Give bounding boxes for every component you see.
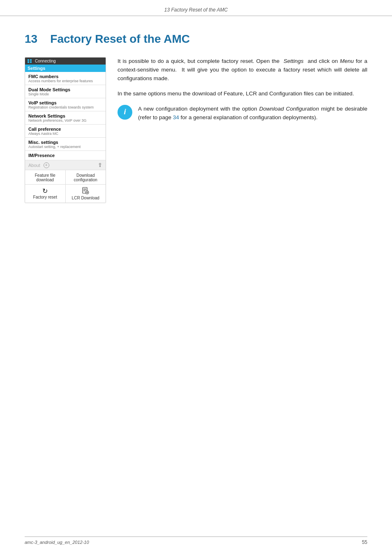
svg-rect-3 xyxy=(83,191,85,191)
footer-left: amc-3_android_ug_en_2012-10 xyxy=(25,540,89,545)
phone-im-presence[interactable]: IM/Presence xyxy=(25,151,106,160)
phone-factory-row: ↻ Factory reset xyxy=(25,185,106,203)
phone-panel: Connecting Settings FMC numbers Access n… xyxy=(25,57,106,203)
phone-top-bar: Connecting xyxy=(25,58,106,65)
menu-item-network-subtitle: Network preferences, VoIP over 3G xyxy=(28,118,102,123)
menu-item-voip-title: VoIP settings xyxy=(28,100,102,105)
phone-action-row: Feature file download Download configura… xyxy=(25,170,106,185)
page-ref-link[interactable]: 34 xyxy=(173,114,179,120)
menu-item-network[interactable]: Network Settings Network preferences, Vo… xyxy=(25,111,106,125)
menu-item-network-title: Network Settings xyxy=(28,113,102,118)
menu-item-call-pref-title: Call preference xyxy=(28,127,102,132)
menu-item-voip[interactable]: VoIP settings Registration credentials t… xyxy=(25,98,106,111)
phone-about-row: About + ⇧ xyxy=(25,160,106,170)
upload-icon: ⇧ xyxy=(98,162,102,168)
menu-item-misc[interactable]: Misc. settings Autostart setting, + repl… xyxy=(25,138,106,151)
download-configuration-button[interactable]: Download configuration xyxy=(66,170,106,184)
menu-item-misc-subtitle: Autostart setting, + replacement xyxy=(28,145,102,149)
grid-icon xyxy=(28,59,32,63)
settings-italic: Settings xyxy=(284,58,304,64)
content-row: Connecting Settings FMC numbers Access n… xyxy=(25,57,367,203)
chapter-heading: 13 Factory Reset of the AMC xyxy=(25,32,367,46)
menu-italic: Menu xyxy=(340,58,354,64)
page-header: 13 Factory Reset of the AMC xyxy=(0,0,392,16)
menu-item-dual-mode[interactable]: Dual Mode Settings Single Mode xyxy=(25,85,106,98)
info-i-letter: i xyxy=(124,106,126,118)
svg-rect-1 xyxy=(83,189,86,189)
menu-item-voip-subtitle: Registration credentials towards system xyxy=(28,105,102,109)
chapter-title: Factory Reset of the AMC xyxy=(50,32,190,45)
menu-item-call-pref[interactable]: Call preference Always Aastra MC xyxy=(25,125,106,138)
lcr-download-icon xyxy=(68,187,104,196)
menu-item-call-pref-subtitle: Always Aastra MC xyxy=(28,132,102,136)
lcr-download-button[interactable]: LCR Download xyxy=(66,185,106,203)
feature-file-label: Feature file download xyxy=(28,173,63,182)
menu-item-fmc-subtitle: Access numbers for enterprise features xyxy=(28,79,102,83)
header-text: 13 Factory Reset of the AMC xyxy=(164,7,228,13)
about-text: About xyxy=(28,163,40,168)
factory-reset-label: Factory reset xyxy=(33,195,57,199)
page-footer: amc-3_android_ug_en_2012-10 55 xyxy=(25,536,367,545)
menu-item-fmc-title: FMC numbers xyxy=(28,74,102,79)
info-icon: i xyxy=(118,105,132,120)
text-column: It is possible to do a quick, but comple… xyxy=(118,57,367,122)
phone-connecting-label: Connecting xyxy=(35,59,56,63)
settings-bar-label: Settings xyxy=(28,66,45,71)
im-presence-label: IM/Presence xyxy=(28,153,55,158)
svg-rect-2 xyxy=(83,190,86,190)
footer-right: 55 xyxy=(362,539,367,545)
page-body: 13 Factory Reset of the AMC Connecting S… xyxy=(0,16,392,220)
info-box-text: A new configuration deployment with the … xyxy=(138,105,367,122)
download-config-italic: Download Configuration xyxy=(259,106,319,112)
download-config-label: Download configuration xyxy=(68,173,104,182)
plus-icon: + xyxy=(44,162,49,168)
paragraph-2: In the same options menu the download of… xyxy=(118,90,367,98)
phone-settings-bar: Settings xyxy=(25,65,106,72)
paragraph-1: It is possible to do a quick, but comple… xyxy=(118,57,367,83)
lcr-download-label: LCR Download xyxy=(72,196,99,200)
menu-item-dual-mode-subtitle: Single Mode xyxy=(28,92,102,96)
chapter-number: 13 xyxy=(25,32,37,45)
factory-reset-icon: ↻ xyxy=(28,187,63,195)
feature-file-download-button[interactable]: Feature file download xyxy=(25,170,66,184)
menu-item-dual-mode-title: Dual Mode Settings xyxy=(28,87,102,92)
menu-item-fmc[interactable]: FMC numbers Access numbers for enterpris… xyxy=(25,72,106,85)
info-box: i A new configuration deployment with th… xyxy=(118,105,367,122)
factory-reset-button[interactable]: ↻ Factory reset xyxy=(25,185,66,203)
menu-item-misc-title: Misc. settings xyxy=(28,140,102,145)
